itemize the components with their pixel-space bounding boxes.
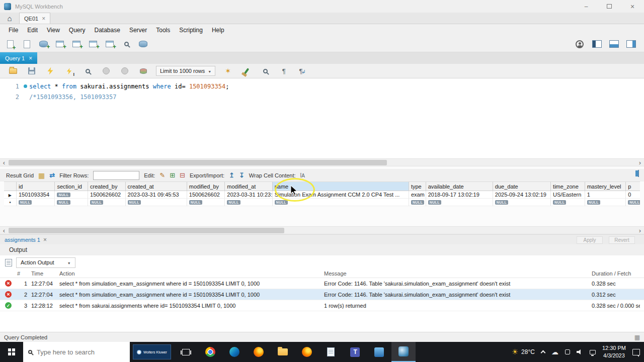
create-schema-button[interactable] bbox=[37, 38, 49, 50]
toggle-autocommit-button[interactable] bbox=[137, 65, 149, 77]
firefox-2-button[interactable] bbox=[295, 342, 319, 362]
edge-button[interactable] bbox=[222, 342, 247, 362]
cell-available-date[interactable]: 2018-09-17 13:02:19 bbox=[426, 191, 493, 199]
cell-modified-at[interactable]: 2023-03-31 10:23:47 bbox=[225, 191, 272, 199]
cell-due-date[interactable]: NULL bbox=[493, 199, 551, 206]
cell-created-by[interactable]: NULL bbox=[88, 199, 126, 206]
result-set-tab-close-icon[interactable] bbox=[43, 236, 47, 243]
grid-view-icon[interactable] bbox=[38, 171, 45, 179]
column-header-created-at[interactable]: created_at bbox=[126, 182, 187, 191]
minimize-button[interactable] bbox=[575, 0, 598, 13]
account-button[interactable] bbox=[574, 38, 586, 50]
tray-overflow-chevron-icon[interactable] bbox=[540, 350, 545, 355]
scrollbar-thumb[interactable] bbox=[9, 228, 284, 233]
toggle-invisibles-button[interactable] bbox=[278, 65, 290, 77]
search-data-button[interactable] bbox=[120, 38, 132, 50]
cell-created-by[interactable]: 1500626602 bbox=[88, 191, 126, 199]
cell-modified-at[interactable]: NULL bbox=[225, 199, 272, 206]
scroll-left-icon[interactable] bbox=[0, 227, 8, 234]
toggle-secondary-sidebar-button[interactable] bbox=[625, 38, 637, 50]
teams-button[interactable] bbox=[343, 342, 367, 362]
column-header-id[interactable]: id bbox=[17, 182, 55, 191]
new-row-marker-icon[interactable] bbox=[4, 199, 17, 206]
action-center-icon[interactable] bbox=[632, 349, 640, 355]
editor-horizontal-scrollbar[interactable] bbox=[0, 158, 644, 166]
open-file-button[interactable] bbox=[7, 65, 19, 77]
create-procedure-button[interactable] bbox=[87, 38, 99, 50]
menu-help[interactable]: Help bbox=[207, 25, 229, 36]
cell-created-at[interactable]: 2023-03-31 09:45:53 bbox=[126, 191, 187, 199]
output-row[interactable]: 3 12:28:12 select * from sakurai.assignm… bbox=[0, 300, 644, 311]
open-script-button[interactable] bbox=[21, 38, 33, 50]
grid-horizontal-scrollbar[interactable] bbox=[0, 226, 644, 234]
column-header-created-by[interactable]: created_by bbox=[88, 182, 126, 191]
clear-query-button[interactable] bbox=[240, 65, 253, 77]
row-marker-icon[interactable] bbox=[4, 191, 17, 199]
weather-widget[interactable]: 28°C bbox=[512, 347, 535, 356]
column-header-type[interactable]: type bbox=[409, 182, 426, 191]
onedrive-cloud-icon[interactable] bbox=[551, 348, 558, 356]
toggle-word-wrap-button[interactable] bbox=[296, 65, 308, 77]
cell-name[interactable]: NULL bbox=[273, 199, 409, 206]
column-header-name[interactable]: name bbox=[273, 182, 409, 191]
chrome-button[interactable] bbox=[198, 342, 222, 362]
search-input[interactable] bbox=[37, 348, 117, 356]
column-header-section-id[interactable]: section_id bbox=[55, 182, 88, 191]
close-button[interactable] bbox=[621, 0, 644, 13]
usb-tray-icon[interactable] bbox=[565, 349, 570, 354]
menu-query[interactable]: Query bbox=[64, 25, 90, 36]
taskbar-clock[interactable]: 12:30 PM 4/3/2023 bbox=[602, 344, 626, 359]
create-view-button[interactable] bbox=[70, 38, 83, 50]
firefox-button[interactable] bbox=[247, 342, 271, 362]
find-panel-button[interactable] bbox=[259, 65, 271, 77]
task-view-button[interactable] bbox=[174, 342, 198, 362]
notepad-button[interactable] bbox=[319, 342, 343, 362]
result-set-tab[interactable]: assignments 1 bbox=[0, 236, 51, 243]
toggle-output-button[interactable] bbox=[608, 38, 620, 50]
create-table-button[interactable] bbox=[54, 38, 66, 50]
file-explorer-button[interactable] bbox=[271, 342, 295, 362]
cell-type[interactable]: exam bbox=[409, 191, 426, 199]
column-header-due-date[interactable]: due_date bbox=[493, 182, 551, 191]
connection-tab-close-icon[interactable] bbox=[42, 15, 45, 22]
cell-created-at[interactable]: NULL bbox=[126, 199, 187, 206]
new-query-tab-button[interactable] bbox=[4, 38, 16, 50]
cell-type[interactable]: NULL bbox=[409, 199, 426, 206]
beautify-script-button[interactable] bbox=[222, 65, 234, 77]
row-limit-dropdown[interactable]: Limit to 1000 rows bbox=[156, 66, 215, 76]
sql-editor[interactable]: 1 select * from sakurai.assignments wher… bbox=[0, 78, 644, 158]
output-mode-dropdown[interactable]: Action Output bbox=[16, 257, 75, 268]
speaker-icon[interactable] bbox=[577, 349, 583, 355]
apply-button[interactable]: Apply bbox=[577, 236, 603, 244]
edit-cell-icon[interactable] bbox=[159, 171, 165, 179]
menu-view[interactable]: View bbox=[42, 25, 64, 36]
menu-edit[interactable]: Edit bbox=[23, 25, 42, 36]
output-row[interactable]: 1 12:27:04 select * from simulation_exam… bbox=[0, 278, 644, 289]
cell-name[interactable]: Simulation Exam Assignment CCM 2.0 CP4 T… bbox=[273, 191, 409, 199]
wolters-kluwer-widget[interactable]: Wolters Kluwer bbox=[133, 344, 171, 359]
column-header-modified-by[interactable]: modified_by bbox=[187, 182, 225, 191]
cell-p[interactable]: NULL bbox=[626, 199, 640, 206]
scroll-right-icon[interactable] bbox=[636, 227, 644, 234]
insert-row-icon[interactable] bbox=[170, 171, 175, 179]
maximize-button[interactable] bbox=[598, 0, 621, 13]
start-button[interactable] bbox=[0, 342, 23, 362]
wrap-cell-content-icon[interactable] bbox=[300, 172, 305, 178]
menu-server[interactable]: Server bbox=[125, 25, 151, 36]
menu-file[interactable]: File bbox=[4, 25, 23, 36]
taskbar-search[interactable] bbox=[23, 342, 130, 362]
cell-mastery-level[interactable]: 1 bbox=[585, 191, 626, 199]
cell-section-id[interactable]: NULL bbox=[55, 199, 88, 206]
scrollbar-thumb[interactable] bbox=[9, 160, 387, 165]
execute-current-statement-button[interactable] bbox=[63, 65, 75, 77]
column-header-available-date[interactable]: available_date bbox=[426, 182, 493, 191]
menu-scripting[interactable]: Scripting bbox=[175, 25, 207, 36]
cell-p[interactable]: 0 bbox=[626, 191, 640, 199]
result-panel-toggle-button[interactable] bbox=[638, 170, 639, 176]
cell-modified-by[interactable]: NULL bbox=[187, 199, 225, 206]
query-tab-close-icon[interactable] bbox=[29, 55, 32, 62]
cell-time-zone[interactable]: US/Eastern bbox=[551, 191, 585, 199]
cell-modified-by[interactable]: 1500626602 bbox=[187, 191, 225, 199]
cell-section-id[interactable]: NULL bbox=[55, 191, 88, 199]
column-header-time-zone[interactable]: time_zone bbox=[551, 182, 585, 191]
